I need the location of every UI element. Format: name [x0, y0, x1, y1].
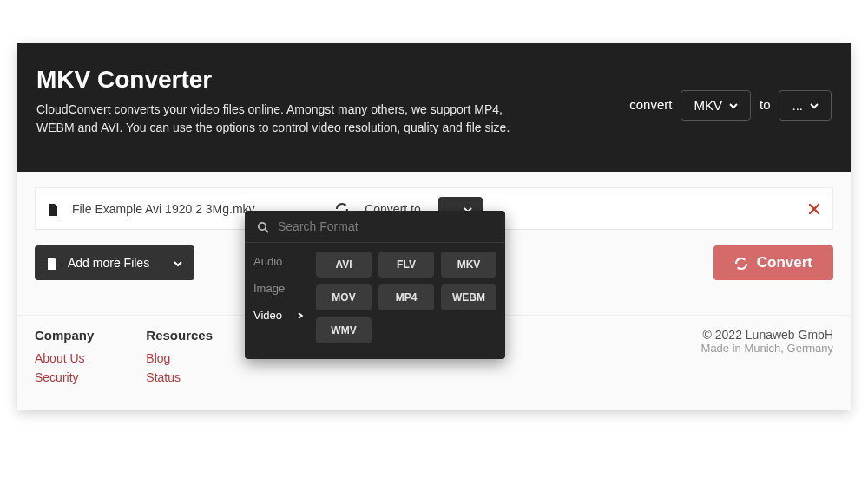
- add-more-files-label: Add more Files: [68, 256, 149, 270]
- format-search-row: [245, 211, 505, 243]
- format-category-audio[interactable]: Audio: [245, 248, 312, 275]
- footer-copyright: © 2022 Lunaweb GmbH: [701, 328, 833, 342]
- convert-from-label: convert: [629, 90, 672, 112]
- format-category-label: Video: [253, 309, 282, 322]
- format-category-list: Audio Image Video: [245, 243, 312, 349]
- convert-to-label: to: [760, 90, 771, 112]
- page-title: MKV Converter: [36, 66, 523, 94]
- format-category-image[interactable]: Image: [245, 275, 312, 302]
- to-format-select[interactable]: ...: [779, 90, 832, 121]
- add-more-files-button[interactable]: Add more Files: [35, 245, 194, 280]
- format-category-video[interactable]: Video: [245, 302, 312, 329]
- footer-right: © 2022 Lunaweb GmbH Made in Munich, Germ…: [701, 328, 833, 389]
- format-option-wmv[interactable]: WMV: [316, 317, 372, 343]
- search-icon: [257, 219, 269, 233]
- to-format-value: ...: [792, 98, 803, 113]
- footer-resources-heading: Resources: [146, 328, 213, 343]
- svg-point-0: [259, 223, 266, 230]
- footer-link-security[interactable]: Security: [35, 370, 94, 384]
- format-search-input[interactable]: [278, 219, 493, 233]
- file-add-icon: [47, 256, 57, 270]
- footer-link-blog[interactable]: Blog: [146, 351, 213, 365]
- from-format-select[interactable]: MKV: [681, 90, 751, 121]
- convert-button[interactable]: Convert: [713, 245, 833, 280]
- format-grid: AVI FLV MKV MOV MP4 WEBM WMV: [312, 243, 505, 349]
- page-description: CloudConvert converts your video files o…: [36, 101, 523, 137]
- footer-resources-col: Resources Blog Status: [146, 328, 213, 389]
- format-option-mkv[interactable]: MKV: [441, 252, 496, 278]
- header-convert-controls: convert MKV to ...: [629, 66, 832, 137]
- header: MKV Converter CloudConvert converts your…: [17, 43, 851, 172]
- file-name: File Example Avi 1920 2 3Mg.mkv: [72, 202, 255, 216]
- svg-line-1: [265, 229, 268, 232]
- footer-link-about[interactable]: About Us: [35, 351, 94, 365]
- remove-file-button[interactable]: [808, 201, 820, 217]
- footer-madein: Made in Munich, Germany: [701, 342, 833, 355]
- format-category-label: Audio: [253, 255, 282, 268]
- action-row: Add more Files Convert: [17, 230, 851, 315]
- footer-company-heading: Company: [35, 328, 94, 343]
- from-format-value: MKV: [694, 98, 722, 113]
- chevron-down-icon: [729, 101, 738, 110]
- format-option-avi[interactable]: AVI: [316, 252, 372, 278]
- format-option-webm[interactable]: WEBM: [441, 284, 496, 310]
- file-icon: [48, 201, 56, 215]
- convert-button-label: Convert: [757, 254, 812, 271]
- footer-company-col: Company About Us Security: [35, 328, 94, 389]
- format-category-label: Image: [253, 282, 285, 295]
- chevron-down-icon: [810, 101, 819, 110]
- app-card: MKV Converter CloudConvert converts your…: [17, 43, 851, 410]
- format-dropdown: Audio Image Video AVI: [245, 211, 505, 359]
- footer-link-status[interactable]: Status: [146, 370, 213, 384]
- refresh-icon: [734, 254, 748, 271]
- format-option-flv[interactable]: FLV: [378, 252, 434, 278]
- format-option-mov[interactable]: MOV: [316, 284, 372, 310]
- header-left: MKV Converter CloudConvert converts your…: [36, 66, 523, 137]
- chevron-right-icon: [297, 311, 304, 320]
- format-option-mp4[interactable]: MP4: [378, 284, 434, 310]
- chevron-down-icon: [174, 256, 182, 270]
